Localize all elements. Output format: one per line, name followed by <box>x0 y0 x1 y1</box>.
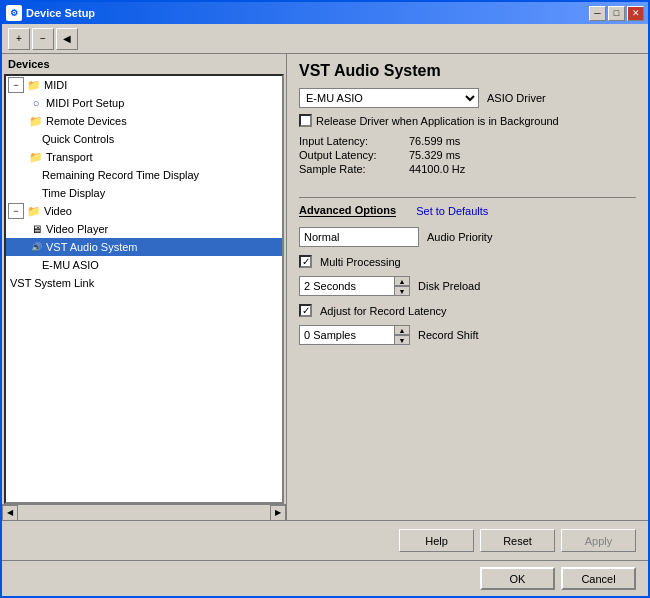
output-latency-label: Output Latency: <box>299 149 409 161</box>
tree-item-video-player[interactable]: 🖥 Video Player <box>6 220 282 238</box>
asio-driver-select[interactable]: E-MU ASIO <box>299 88 479 108</box>
folder-icon-video: 📁 <box>26 203 42 219</box>
device-setup-window: ⚙ Device Setup ─ □ ✕ + − ◀ Devices − 📁 M… <box>0 0 650 598</box>
disk-preload-label: Disk Preload <box>418 280 480 292</box>
remove-device-button[interactable]: − <box>32 28 54 50</box>
tree-label-vst-audio-system: VST Audio System <box>46 241 138 253</box>
tree-label-midi-port-setup: MIDI Port Setup <box>46 97 124 109</box>
toolbar: + − ◀ <box>2 24 648 54</box>
release-driver-checkbox[interactable] <box>299 114 312 127</box>
tree-item-time-display[interactable]: Time Display <box>6 184 282 202</box>
adjust-record-latency-checkmark: ✓ <box>302 305 310 316</box>
release-driver-row: Release Driver when Application is in Ba… <box>299 114 636 127</box>
record-shift-spinner: ▲ ▼ <box>299 325 410 345</box>
tree-item-vst-audio-system[interactable]: 🔊 VST Audio System <box>6 238 282 256</box>
left-panel: Devices − 📁 MIDI ○ MIDI Port Setup 📁 Rem… <box>2 54 287 520</box>
panel-title: VST Audio System <box>299 62 636 80</box>
ok-button[interactable]: OK <box>480 567 555 590</box>
record-shift-input[interactable] <box>299 325 394 345</box>
disk-preload-down-btn[interactable]: ▼ <box>394 286 410 296</box>
add-device-button[interactable]: + <box>8 28 30 50</box>
record-shift-label: Record Shift <box>418 329 479 341</box>
tree-item-emu-asio[interactable]: E-MU ASIO <box>6 256 282 274</box>
sample-rate-label: Sample Rate: <box>299 163 409 175</box>
back-button[interactable]: ◀ <box>56 28 78 50</box>
adjust-record-latency-row: ✓ Adjust for Record Latency <box>299 304 636 317</box>
tree-label-remote-devices: Remote Devices <box>46 115 127 127</box>
sample-rate-value: 44100.0 Hz <box>409 163 465 175</box>
record-shift-row: ▲ ▼ Record Shift <box>299 325 636 345</box>
input-latency-row: Input Latency: 76.599 ms <box>299 135 636 147</box>
input-latency-label: Input Latency: <box>299 135 409 147</box>
input-latency-value: 76.599 ms <box>409 135 460 147</box>
asio-driver-row: E-MU ASIO ASIO Driver <box>299 88 636 108</box>
multi-processing-checkbox[interactable]: ✓ <box>299 255 312 268</box>
record-shift-down-btn[interactable]: ▼ <box>394 335 410 345</box>
tree-item-midi[interactable]: − 📁 MIDI <box>6 76 282 94</box>
tree-label-transport: Transport <box>46 151 93 163</box>
action-buttons-bar: Help Reset Apply <box>2 520 648 560</box>
tree-item-midi-port-setup[interactable]: ○ MIDI Port Setup <box>6 94 282 112</box>
help-button[interactable]: Help <box>399 529 474 552</box>
minimize-button[interactable]: ─ <box>589 6 606 21</box>
tree-label-quick-controls: Quick Controls <box>42 133 114 145</box>
apply-button[interactable]: Apply <box>561 529 636 552</box>
tree-item-transport[interactable]: 📁 Transport <box>6 148 282 166</box>
horizontal-scrollbar[interactable]: ◀ ▶ <box>2 504 286 520</box>
audio-priority-label: Audio Priority <box>427 231 492 243</box>
tree-item-remote-devices[interactable]: 📁 Remote Devices <box>6 112 282 130</box>
title-bar-buttons: ─ □ ✕ <box>589 6 644 21</box>
expand-icon-video[interactable]: − <box>8 203 24 219</box>
right-panel: VST Audio System E-MU ASIO ASIO Driver R… <box>287 54 648 520</box>
audio-priority-select[interactable]: Normal Boost High <box>299 227 419 247</box>
disk-preload-up-btn[interactable]: ▲ <box>394 276 410 286</box>
advanced-options-header: Advanced Options Set to Defaults <box>299 204 636 217</box>
disk-preload-input[interactable] <box>299 276 394 296</box>
adjust-record-latency-checkbox[interactable]: ✓ <box>299 304 312 317</box>
audio-priority-row: Normal Boost High Audio Priority <box>299 227 636 247</box>
tree-label-video-player: Video Player <box>46 223 108 235</box>
adjust-record-latency-label: Adjust for Record Latency <box>320 305 447 317</box>
scroll-left-btn[interactable]: ◀ <box>2 505 18 521</box>
main-area: Devices − 📁 MIDI ○ MIDI Port Setup 📁 Rem… <box>2 54 648 520</box>
scroll-right-btn[interactable]: ▶ <box>270 505 286 521</box>
disk-preload-spinner: ▲ ▼ <box>299 276 410 296</box>
info-table: Input Latency: 76.599 ms Output Latency:… <box>299 135 636 177</box>
tree-item-remaining-record[interactable]: Remaining Record Time Display <box>6 166 282 184</box>
title-bar: ⚙ Device Setup ─ □ ✕ <box>2 2 648 24</box>
tree-item-quick-controls[interactable]: Quick Controls <box>6 130 282 148</box>
release-driver-label: Release Driver when Application is in Ba… <box>316 115 559 127</box>
folder-icon-midi: 📁 <box>26 77 42 93</box>
window-icon: ⚙ <box>6 5 22 21</box>
set-to-defaults-link[interactable]: Set to Defaults <box>416 205 488 217</box>
tree-item-video[interactable]: − 📁 Video <box>6 202 282 220</box>
multi-processing-row: ✓ Multi Processing <box>299 255 636 268</box>
close-button[interactable]: ✕ <box>627 6 644 21</box>
footer-bar: OK Cancel <box>2 560 648 596</box>
record-shift-spin-buttons: ▲ ▼ <box>394 325 410 345</box>
output-latency-value: 75.329 ms <box>409 149 460 161</box>
asio-driver-label: ASIO Driver <box>487 92 546 104</box>
devices-tree[interactable]: − 📁 MIDI ○ MIDI Port Setup 📁 Remote Devi… <box>4 74 284 504</box>
output-latency-row: Output Latency: 75.329 ms <box>299 149 636 161</box>
multi-processing-checkmark: ✓ <box>302 256 310 267</box>
reset-button[interactable]: Reset <box>480 529 555 552</box>
scrollbar-track <box>18 505 270 521</box>
advanced-options-title: Advanced Options <box>299 204 396 217</box>
tree-label-midi: MIDI <box>44 79 67 91</box>
disk-preload-spin-buttons: ▲ ▼ <box>394 276 410 296</box>
disk-preload-row: ▲ ▼ Disk Preload <box>299 276 636 296</box>
devices-label: Devices <box>2 54 286 74</box>
folder-icon-remote: 📁 <box>28 113 44 129</box>
maximize-button[interactable]: □ <box>608 6 625 21</box>
tree-label-video: Video <box>44 205 72 217</box>
cancel-button[interactable]: Cancel <box>561 567 636 590</box>
window-title: Device Setup <box>26 7 589 19</box>
tree-item-vst-system-link[interactable]: VST System Link <box>6 274 282 292</box>
tree-label-vst-system-link: VST System Link <box>10 277 94 289</box>
multi-processing-label: Multi Processing <box>320 256 401 268</box>
tree-label-time-display: Time Display <box>42 187 105 199</box>
expand-icon-midi[interactable]: − <box>8 77 24 93</box>
tree-label-remaining-record: Remaining Record Time Display <box>42 169 199 181</box>
record-shift-up-btn[interactable]: ▲ <box>394 325 410 335</box>
